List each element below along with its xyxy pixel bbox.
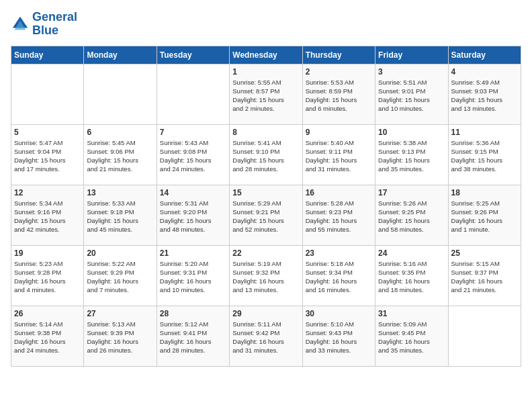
column-header-thursday: Thursday: [302, 46, 375, 64]
calendar-cell: 15Sunrise: 5:29 AM Sunset: 9:21 PM Dayli…: [230, 185, 302, 245]
column-header-saturday: Saturday: [448, 46, 521, 64]
day-number: 25: [451, 248, 518, 258]
calendar-cell: 13Sunrise: 5:33 AM Sunset: 9:18 PM Dayli…: [84, 185, 157, 245]
day-number: 16: [306, 188, 372, 197]
calendar-cell: 8Sunrise: 5:41 AM Sunset: 9:10 PM Daylig…: [230, 124, 302, 185]
calendar-cell: 30Sunrise: 5:10 AM Sunset: 9:43 PM Dayli…: [302, 306, 375, 366]
day-info: Sunrise: 5:55 AM Sunset: 8:57 PM Dayligh…: [232, 78, 299, 113]
day-info: Sunrise: 5:11 AM Sunset: 9:42 PM Dayligh…: [232, 320, 299, 355]
calendar-week-row: 1Sunrise: 5:55 AM Sunset: 8:57 PM Daylig…: [11, 64, 521, 124]
day-number: 4: [451, 67, 518, 77]
day-info: Sunrise: 5:14 AM Sunset: 9:38 PM Dayligh…: [14, 320, 81, 355]
day-number: 27: [87, 309, 153, 318]
day-number: 30: [306, 309, 372, 318]
calendar-cell: 21Sunrise: 5:20 AM Sunset: 9:31 PM Dayli…: [157, 245, 229, 306]
day-number: 13: [87, 188, 153, 197]
day-info: Sunrise: 5:43 AM Sunset: 9:08 PM Dayligh…: [160, 138, 226, 174]
calendar-cell: 2Sunrise: 5:53 AM Sunset: 8:59 PM Daylig…: [302, 64, 375, 124]
day-number: 17: [378, 188, 445, 197]
day-info: Sunrise: 5:47 AM Sunset: 9:04 PM Dayligh…: [14, 138, 81, 174]
day-number: 21: [160, 248, 226, 258]
calendar-cell: 25Sunrise: 5:15 AM Sunset: 9:37 PM Dayli…: [448, 245, 521, 306]
calendar-cell: 1Sunrise: 5:55 AM Sunset: 8:57 PM Daylig…: [230, 64, 302, 124]
calendar-cell: [157, 64, 229, 124]
calendar-cell: 9Sunrise: 5:40 AM Sunset: 9:11 PM Daylig…: [302, 124, 375, 185]
calendar-cell: 29Sunrise: 5:11 AM Sunset: 9:42 PM Dayli…: [230, 306, 302, 366]
day-number: 12: [14, 188, 81, 197]
day-number: 10: [378, 128, 445, 137]
day-info: Sunrise: 5:31 AM Sunset: 9:20 PM Dayligh…: [160, 199, 226, 234]
day-number: 28: [160, 309, 226, 318]
column-header-wednesday: Wednesday: [230, 46, 302, 64]
day-number: 18: [451, 188, 518, 197]
day-number: 8: [232, 128, 299, 137]
column-header-sunday: Sunday: [11, 46, 84, 64]
calendar-header-row: SundayMondayTuesdayWednesdayThursdayFrid…: [11, 46, 521, 64]
day-number: 24: [378, 248, 445, 258]
day-number: 15: [232, 188, 299, 197]
calendar-cell: 31Sunrise: 5:09 AM Sunset: 9:45 PM Dayli…: [375, 306, 448, 366]
calendar-week-row: 5Sunrise: 5:47 AM Sunset: 9:04 PM Daylig…: [11, 124, 521, 185]
day-info: Sunrise: 5:23 AM Sunset: 9:28 PM Dayligh…: [14, 259, 81, 295]
day-number: 22: [232, 248, 299, 258]
day-info: Sunrise: 5:45 AM Sunset: 9:06 PM Dayligh…: [87, 138, 153, 174]
calendar-cell: 10Sunrise: 5:38 AM Sunset: 9:13 PM Dayli…: [375, 124, 448, 185]
calendar-cell: 7Sunrise: 5:43 AM Sunset: 9:08 PM Daylig…: [157, 124, 229, 185]
calendar-cell: 22Sunrise: 5:19 AM Sunset: 9:32 PM Dayli…: [230, 245, 302, 306]
logo-icon: [11, 15, 30, 34]
calendar-week-row: 12Sunrise: 5:34 AM Sunset: 9:16 PM Dayli…: [11, 185, 521, 245]
day-info: Sunrise: 5:41 AM Sunset: 9:10 PM Dayligh…: [232, 138, 299, 174]
day-info: Sunrise: 5:16 AM Sunset: 9:35 PM Dayligh…: [378, 259, 445, 295]
day-info: Sunrise: 5:49 AM Sunset: 9:03 PM Dayligh…: [451, 78, 518, 113]
day-info: Sunrise: 5:25 AM Sunset: 9:26 PM Dayligh…: [451, 199, 518, 234]
calendar-cell: 4Sunrise: 5:49 AM Sunset: 9:03 PM Daylig…: [448, 64, 521, 124]
calendar-cell: 5Sunrise: 5:47 AM Sunset: 9:04 PM Daylig…: [11, 124, 84, 185]
calendar-cell: [11, 64, 84, 124]
calendar-cell: 23Sunrise: 5:18 AM Sunset: 9:34 PM Dayli…: [302, 245, 375, 306]
day-number: 19: [14, 248, 81, 258]
column-header-friday: Friday: [375, 46, 448, 64]
calendar-cell: 16Sunrise: 5:28 AM Sunset: 9:23 PM Dayli…: [302, 185, 375, 245]
day-info: Sunrise: 5:36 AM Sunset: 9:15 PM Dayligh…: [451, 138, 518, 174]
day-number: 1: [232, 67, 299, 77]
day-number: 7: [160, 128, 226, 137]
day-info: Sunrise: 5:51 AM Sunset: 9:01 PM Dayligh…: [378, 78, 445, 113]
day-info: Sunrise: 5:29 AM Sunset: 9:21 PM Dayligh…: [232, 199, 299, 234]
day-info: Sunrise: 5:15 AM Sunset: 9:37 PM Dayligh…: [451, 259, 518, 295]
day-number: 26: [14, 309, 81, 318]
calendar-cell: 18Sunrise: 5:25 AM Sunset: 9:26 PM Dayli…: [448, 185, 521, 245]
day-number: 3: [378, 67, 445, 77]
day-number: 11: [451, 128, 518, 137]
day-info: Sunrise: 5:12 AM Sunset: 9:41 PM Dayligh…: [160, 320, 226, 355]
day-info: Sunrise: 5:38 AM Sunset: 9:13 PM Dayligh…: [378, 138, 445, 174]
day-number: 2: [306, 67, 372, 77]
column-header-monday: Monday: [84, 46, 157, 64]
day-number: 29: [232, 309, 299, 318]
calendar-cell: 3Sunrise: 5:51 AM Sunset: 9:01 PM Daylig…: [375, 64, 448, 124]
calendar-cell: 6Sunrise: 5:45 AM Sunset: 9:06 PM Daylig…: [84, 124, 157, 185]
calendar-cell: [448, 306, 521, 366]
calendar-cell: 12Sunrise: 5:34 AM Sunset: 9:16 PM Dayli…: [11, 185, 84, 245]
calendar-cell: 20Sunrise: 5:22 AM Sunset: 9:29 PM Dayli…: [84, 245, 157, 306]
day-info: Sunrise: 5:53 AM Sunset: 8:59 PM Dayligh…: [306, 78, 372, 113]
calendar-cell: 28Sunrise: 5:12 AM Sunset: 9:41 PM Dayli…: [157, 306, 229, 366]
calendar-cell: 27Sunrise: 5:13 AM Sunset: 9:39 PM Dayli…: [84, 306, 157, 366]
day-number: 23: [306, 248, 372, 258]
day-number: 20: [87, 248, 153, 258]
day-number: 14: [160, 188, 226, 197]
day-info: Sunrise: 5:26 AM Sunset: 9:25 PM Dayligh…: [378, 199, 445, 234]
day-info: Sunrise: 5:28 AM Sunset: 9:23 PM Dayligh…: [306, 199, 372, 234]
calendar-cell: [84, 64, 157, 124]
calendar-cell: 24Sunrise: 5:16 AM Sunset: 9:35 PM Dayli…: [375, 245, 448, 306]
logo: General Blue: [11, 11, 77, 38]
page-header: General Blue: [11, 11, 521, 38]
day-number: 31: [378, 309, 445, 318]
day-info: Sunrise: 5:40 AM Sunset: 9:11 PM Dayligh…: [306, 138, 372, 174]
day-number: 9: [306, 128, 372, 137]
day-info: Sunrise: 5:19 AM Sunset: 9:32 PM Dayligh…: [232, 259, 299, 295]
calendar-body: 1Sunrise: 5:55 AM Sunset: 8:57 PM Daylig…: [11, 64, 521, 366]
calendar-cell: 14Sunrise: 5:31 AM Sunset: 9:20 PM Dayli…: [157, 185, 229, 245]
day-info: Sunrise: 5:33 AM Sunset: 9:18 PM Dayligh…: [87, 199, 153, 234]
day-number: 6: [87, 128, 153, 137]
logo-text: General Blue: [32, 11, 77, 38]
